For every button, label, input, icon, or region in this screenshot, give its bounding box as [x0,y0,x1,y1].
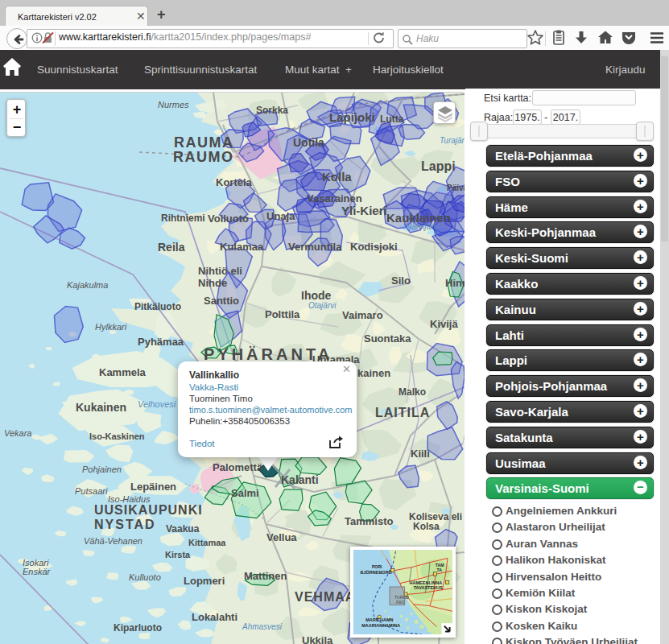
svg-text:Tammisto: Tammisto [345,515,393,527]
svg-text:Kiili: Kiili [411,448,430,460]
svg-text:MAARIANHAMINA: MAARIANHAMINA [361,623,400,628]
svg-text:Iso-Kaskinen: Iso-Kaskinen [89,431,145,441]
svg-text:HÄMEENLINNA: HÄMEENLINNA [410,580,443,584]
svg-text:Nurmes: Nurmes [158,100,189,109]
svg-text:Kodisjoki: Kodisjoki [350,241,398,253]
svg-text:Kortela: Kortela [216,176,253,188]
svg-text:Kulluoto: Kulluoto [129,572,161,582]
svg-text:Nihtiö eli: Nihtiö eli [198,265,242,277]
svg-text:Ukkila: Ukkila [302,634,333,644]
svg-text:TAM: TAM [436,563,444,568]
svg-text:Mattinen: Mattinen [244,570,287,582]
svg-text:Vähä-Vehanen: Vähä-Vehanen [84,536,142,546]
svg-text:Vekara: Vekara [4,428,31,438]
svg-text:Lappi: Lappi [421,159,456,173]
svg-text:Kivijä: Kivijä [430,318,458,330]
svg-text:Lapijoki: Lapijoki [329,110,375,124]
svg-text:Kirsta: Kirsta [165,550,191,559]
svg-text:Santtio: Santtio [204,295,239,307]
svg-text:Silo: Silo [391,275,411,287]
svg-text:Enskär: Enskär [23,567,52,576]
svg-text:Vaakua: Vaakua [166,523,200,535]
svg-text:MARIEHAMN: MARIEHAMN [365,617,393,622]
svg-text:Velhovesi: Velhovesi [138,399,176,409]
svg-text:NYSTAD: NYSTAD [94,518,156,531]
svg-text:Kajakulma: Kajakulma [67,280,108,290]
svg-text:LAITILA: LAITILA [375,406,430,419]
svg-text:Rihtniemi: Rihtniemi [161,213,205,224]
svg-text:Salmi: Salmi [231,487,259,499]
svg-text:BJÖRNEBORG: BJÖRNEBORG [360,569,391,574]
svg-text:VEHMAA: VEHMAA [295,590,355,604]
svg-text:Kukainen: Kukainen [76,401,126,414]
svg-text:Kulamaa: Kulamaa [220,241,264,253]
svg-text:Reila: Reila [158,241,185,254]
svg-text:Palomettä: Palomettä [213,461,263,473]
svg-text:Vermuntila: Vermuntila [288,241,342,253]
svg-text:Yli-Kieri: Yli-Kieri [341,204,387,217]
svg-text:Uotila: Uotila [293,136,324,149]
svg-text:Pyhämaa: Pyhämaa [138,336,184,348]
svg-text:Närvijärvi: Närvijärvi [406,222,440,231]
svg-text:Malko: Malko [399,386,426,398]
svg-text:RAUMO: RAUMO [173,149,234,165]
svg-text:Suontaka: Suontaka [364,332,411,345]
svg-text:Kammela: Kammela [99,366,147,378]
svg-text:Unaja: Unaja [266,210,295,222]
svg-text:Kalanti: Kalanti [281,473,319,486]
svg-text:Kiparluoto: Kiparluoto [114,622,162,634]
svg-text:PORI: PORI [372,564,382,569]
svg-text:Päivä: Päivä [447,184,465,192]
svg-text:Pohjainen: Pohjainen [82,464,122,474]
svg-text:Kolla: Kolla [322,170,352,184]
svg-text:Putsaari: Putsaari [75,486,108,496]
svg-text:Ahmasvesi: Ahmasvesi [242,622,283,631]
svg-text:Vasarainen: Vasarainen [307,192,362,204]
svg-text:Lutta: Lutta [380,114,404,125]
svg-text:Lokalahti: Lokalahti [192,611,237,623]
svg-text:Hylkkari: Hylkkari [95,322,127,332]
svg-text:Turajärvi: Turajärvi [440,136,465,145]
svg-text:Pitkäluoto: Pitkäluoto [134,301,181,312]
svg-text:Hinn: Hinn [445,277,465,289]
svg-text:UUSIKAUPUNKI: UUSIKAUPUNKI [94,503,203,517]
svg-text:Otajärvi: Otajärvi [308,301,337,310]
svg-text:Lepäinen: Lepäinen [130,481,176,493]
svg-text:Ihode: Ihode [301,289,332,302]
svg-text:TA: TA [436,568,442,572]
svg-text:Nihde: Nihde [198,277,227,289]
svg-text:Sorkka: Sorkka [256,105,288,116]
svg-text:RAUMA: RAUMA [174,134,234,151]
svg-text:kainen: kainen [357,367,390,379]
svg-text:Kittamaa: Kittamaa [188,538,226,547]
svg-text:Voiluoto: Voiluoto [208,213,249,225]
svg-text:Vellua: Vellua [266,531,297,543]
svg-text:Vaimaro: Vaimaro [342,309,383,321]
svg-text:TAVASTEHUS: TAVASTEHUS [414,585,443,590]
svg-text:Polttila: Polttila [265,308,300,320]
svg-text:Kolsa: Kolsa [413,521,440,532]
svg-text:Lopmeri: Lopmeri [184,575,225,587]
